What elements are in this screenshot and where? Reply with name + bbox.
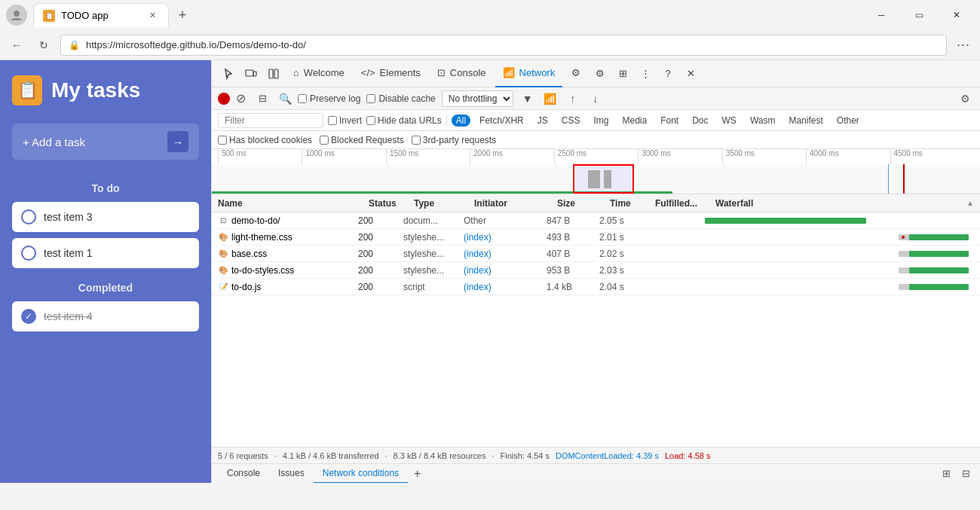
type-filter-css[interactable]: CSS bbox=[557, 115, 585, 127]
browser-tab[interactable]: 📋 TODO app ✕ bbox=[33, 3, 169, 27]
add-bottom-tab-button[interactable]: + bbox=[408, 467, 427, 481]
type-filter-ws[interactable]: WS bbox=[718, 115, 741, 127]
profile-avatar[interactable] bbox=[6, 5, 27, 26]
maximize-button[interactable]: ▭ bbox=[902, 4, 936, 26]
row-name-todostylescss: 🎨to-do-styles.css bbox=[218, 265, 358, 276]
row-initiator-todostylescss[interactable]: (index) bbox=[464, 265, 547, 276]
table-row[interactable]: ⊡demo-to-do/ 200 docum... Other 847 B 2.… bbox=[212, 212, 980, 229]
col-header-time[interactable]: Time bbox=[610, 198, 655, 209]
row-time-todostylescss: 2.03 s bbox=[599, 265, 645, 276]
task-checkbox-test4[interactable]: ✓ bbox=[21, 309, 36, 324]
tab-network[interactable]: 📶 Network bbox=[495, 60, 563, 87]
has-blocked-cookies-checkbox[interactable] bbox=[218, 136, 227, 145]
help-button[interactable]: ? bbox=[657, 63, 678, 84]
table-row[interactable]: 📝to-do.js 200 script (index) 1.4 kB 2.04… bbox=[212, 279, 980, 295]
record-button[interactable] bbox=[218, 93, 230, 105]
table-row[interactable]: 🎨to-do-styles.css 200 styleshe... (index… bbox=[212, 262, 980, 279]
panel-layout-button[interactable] bbox=[263, 63, 284, 84]
throttle-select[interactable]: No throttling Fast 3G Slow 3G bbox=[442, 90, 513, 107]
undock-icon[interactable]: ⊞ bbox=[938, 466, 954, 482]
task-item-test1[interactable]: test item 1 bbox=[12, 238, 199, 268]
hide-data-urls-checkbox[interactable] bbox=[366, 116, 375, 125]
hide-data-urls-label[interactable]: Hide data URLs bbox=[366, 115, 442, 126]
dock-button[interactable]: ⊞ bbox=[612, 63, 633, 84]
type-filter-doc[interactable]: Doc bbox=[688, 115, 712, 127]
browser-more-button[interactable]: ··· bbox=[953, 35, 974, 56]
new-tab-button[interactable]: + bbox=[172, 5, 193, 26]
download-icon[interactable]: ↓ bbox=[587, 90, 604, 107]
minimize-button[interactable]: ─ bbox=[864, 4, 899, 26]
type-filter-img[interactable]: Img bbox=[589, 115, 613, 127]
task-item-test3[interactable]: test item 3 bbox=[12, 202, 199, 232]
filter-icon-button[interactable]: ⊟ bbox=[252, 88, 273, 109]
invert-checkbox[interactable] bbox=[328, 116, 337, 125]
col-header-size[interactable]: Size bbox=[557, 198, 610, 209]
col-header-status[interactable]: Status bbox=[369, 198, 414, 209]
tab-welcome[interactable]: ⌂ Welcome bbox=[286, 60, 352, 87]
third-party-label[interactable]: 3rd-party requests bbox=[412, 135, 496, 145]
col-header-name[interactable]: Name bbox=[218, 198, 369, 209]
timeline-bar-gray1 bbox=[588, 170, 599, 188]
device-emulation-button[interactable] bbox=[240, 63, 262, 84]
table-row[interactable]: 🎨base.css 200 styleshe... (index) 407 B … bbox=[212, 246, 980, 262]
close-button[interactable]: ✕ bbox=[939, 4, 974, 26]
invert-filter-label[interactable]: Invert bbox=[328, 115, 362, 126]
type-filter-all[interactable]: All bbox=[452, 115, 470, 127]
blocked-requests-label[interactable]: Blocked Requests bbox=[320, 135, 404, 145]
search-button[interactable]: 🔍 bbox=[279, 93, 292, 105]
col-header-fulfilled[interactable]: Fulfilled... bbox=[655, 198, 715, 209]
tab-console[interactable]: ⊡ Console bbox=[430, 60, 494, 87]
bottom-tab-network-conditions[interactable]: Network conditions bbox=[314, 464, 408, 484]
timeline-blue-vertical-line bbox=[888, 164, 889, 194]
settings-button[interactable]: ⚙ bbox=[590, 63, 611, 84]
network-settings-button[interactable]: ⚙ bbox=[956, 90, 974, 108]
type-filter-other[interactable]: Other bbox=[832, 115, 864, 127]
waterfall-bar-basecss bbox=[909, 251, 969, 257]
type-filter-js[interactable]: JS bbox=[533, 115, 553, 127]
upload-icon[interactable]: ↑ bbox=[565, 90, 581, 107]
task-checkbox-test3[interactable] bbox=[21, 209, 36, 224]
dock-icon[interactable]: ⊟ bbox=[957, 466, 974, 482]
type-filter-font[interactable]: Font bbox=[656, 115, 683, 127]
inspect-element-button[interactable] bbox=[218, 63, 239, 84]
css-icon: 🎨 bbox=[218, 232, 228, 243]
bottom-tab-console[interactable]: Console bbox=[218, 464, 269, 484]
devtools-close-button[interactable]: ✕ bbox=[680, 63, 701, 84]
row-initiator-basecss[interactable]: (index) bbox=[464, 249, 547, 259]
third-party-checkbox[interactable] bbox=[412, 136, 421, 145]
type-filter-manifest[interactable]: Manifest bbox=[784, 115, 827, 127]
preserve-log-checkbox[interactable] bbox=[298, 94, 307, 103]
throttle-dropdown-button[interactable]: ▼ bbox=[519, 90, 536, 107]
bottom-tab-issues[interactable]: Issues bbox=[269, 464, 314, 484]
clear-button[interactable]: ⊘ bbox=[236, 93, 246, 105]
tab-elements[interactable]: </> Elements bbox=[354, 60, 428, 87]
online-status-icon[interactable]: 📶 bbox=[542, 90, 559, 107]
has-blocked-cookies-label[interactable]: Has blocked cookies bbox=[218, 135, 312, 145]
address-bar[interactable]: 🔒 https://microsoftedge.github.io/Demos/… bbox=[60, 35, 947, 56]
table-row[interactable]: 🎨light-theme.css 200 styleshe... (index)… bbox=[212, 229, 980, 246]
blocked-requests-checkbox[interactable] bbox=[320, 136, 329, 145]
disable-cache-checkbox[interactable] bbox=[366, 94, 375, 103]
reload-button[interactable]: ↻ bbox=[33, 35, 54, 56]
tab-close-button[interactable]: ✕ bbox=[145, 9, 159, 23]
col-header-initiator[interactable]: Initiator bbox=[474, 198, 557, 209]
type-filter-wasm[interactable]: Wasm bbox=[746, 115, 780, 127]
task-item-test4[interactable]: ✓ test item 4 bbox=[12, 301, 199, 331]
task-checkbox-test1[interactable] bbox=[21, 246, 36, 261]
col-header-type[interactable]: Type bbox=[414, 198, 474, 209]
row-initiator-lightcss[interactable]: (index) bbox=[464, 232, 547, 243]
more-tools-button[interactable]: ⋮ bbox=[635, 63, 656, 84]
row-initiator-todojs[interactable]: (index) bbox=[464, 282, 547, 292]
tab-more[interactable]: ⚙ bbox=[564, 60, 588, 87]
disable-cache-checkbox-label[interactable]: Disable cache bbox=[366, 93, 435, 104]
type-filter-fetch[interactable]: Fetch/XHR bbox=[475, 115, 528, 127]
back-button[interactable]: ← bbox=[6, 35, 27, 56]
add-task-button[interactable]: + Add a task → bbox=[12, 124, 199, 160]
devtools-filter-bar2: Invert Hide data URLs All Fetch/XHR JS C… bbox=[212, 110, 980, 131]
cookie-filter-bar: Has blocked cookies Blocked Requests 3rd… bbox=[212, 131, 980, 149]
timeline-area[interactable]: 500 ms 1000 ms 1500 ms 2000 ms 2500 ms 3… bbox=[212, 149, 980, 194]
filter-input[interactable] bbox=[218, 113, 323, 128]
waterfall-bar-todostylescss bbox=[909, 267, 969, 273]
type-filter-media[interactable]: Media bbox=[617, 115, 651, 127]
preserve-log-checkbox-label[interactable]: Preserve log bbox=[298, 93, 360, 104]
